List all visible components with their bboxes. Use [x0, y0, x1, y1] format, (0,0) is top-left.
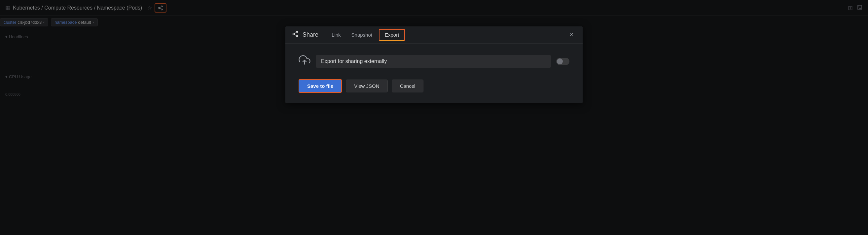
export-row: Export for sharing externally — [299, 54, 569, 69]
share-modal: Share Link Snapshot Export × Export for … — [285, 26, 583, 103]
modal-overlay: Share Link Snapshot Export × Export for … — [0, 0, 868, 235]
modal-share-icon — [292, 31, 299, 39]
tab-export[interactable]: Export — [379, 29, 405, 41]
view-json-button[interactable]: View JSON — [346, 79, 388, 92]
save-to-file-button[interactable]: Save to file — [299, 79, 342, 93]
svg-point-6 — [293, 33, 294, 35]
cloud-upload-icon — [299, 54, 310, 69]
modal-body: Export for sharing externally Save to fi… — [285, 43, 583, 103]
svg-point-7 — [296, 35, 298, 37]
svg-point-5 — [296, 31, 298, 33]
modal-header: Share Link Snapshot Export × — [285, 26, 583, 43]
export-toggle[interactable] — [556, 58, 569, 65]
svg-line-9 — [294, 32, 296, 33]
cancel-button[interactable]: Cancel — [392, 79, 424, 92]
modal-actions: Save to file View JSON Cancel — [299, 79, 569, 93]
modal-close-button[interactable]: × — [567, 30, 576, 40]
export-label: Export for sharing externally — [316, 55, 551, 68]
tab-snapshot[interactable]: Snapshot — [346, 26, 377, 43]
modal-title: Share — [303, 31, 318, 38]
tab-link[interactable]: Link — [326, 26, 346, 43]
svg-line-8 — [294, 34, 296, 35]
